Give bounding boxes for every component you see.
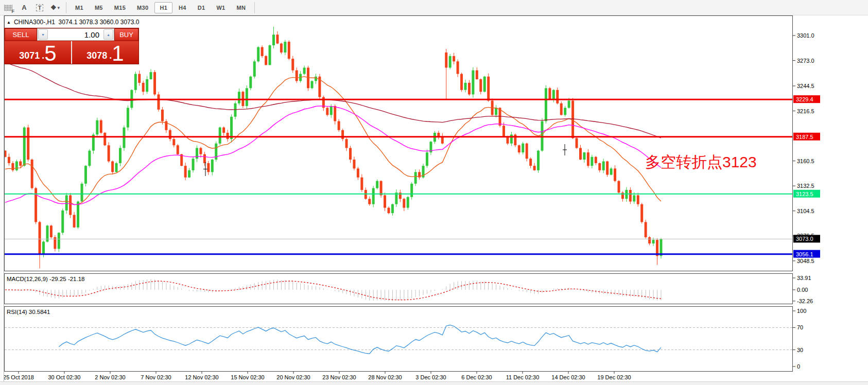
toolbar: F A T ❖ ▾ M1M5M15M30H1H4D1W1MN	[0, 0, 868, 15]
svg-text:3160.5: 3160.5	[797, 158, 814, 164]
svg-text:3229.4: 3229.4	[796, 96, 813, 102]
sell-price-base: 3071	[19, 49, 40, 62]
svg-text:3104.5: 3104.5	[797, 208, 814, 214]
textbox-tool-icon[interactable]: T	[33, 2, 46, 13]
text-tool-icon[interactable]: A	[18, 2, 30, 13]
svg-text:30 Oct 02:30: 30 Oct 02:30	[48, 374, 81, 380]
chart-title: ▲ CHINA300-,H1 3074.1 3078.3 3060.0 3073…	[7, 19, 139, 26]
shapes-glyph: ❖	[50, 4, 57, 11]
buy-price-button[interactable]: 3078 . 1	[72, 41, 138, 64]
price-axis-labels: 3301.03273.03244.53216.53160.53132.53104…	[793, 32, 820, 264]
timeframe-w1[interactable]: W1	[211, 2, 230, 13]
one-click-trading-panel: SELL ▾ 1.00 ▴ BUY 3071 . 5 3078 . 1	[4, 28, 139, 64]
svg-text:3244.5: 3244.5	[797, 83, 814, 89]
svg-text:23 Nov 02:30: 23 Nov 02:30	[322, 374, 356, 380]
volume-decrease-button[interactable]: ▾	[38, 29, 48, 40]
fibonacci-tool-icon[interactable]: F	[2, 2, 15, 13]
rsi-label: RSI(14) 30.5841	[7, 309, 50, 315]
left-gutter	[0, 15, 4, 385]
svg-text:28 Nov 02:30: 28 Nov 02:30	[368, 374, 402, 380]
timeframe-bar: M1M5M15M30H1H4D1W1MN	[70, 0, 251, 15]
symbol-ohlc-text: CHINA300-,H1 3074.1 3078.3 3060.0 3073.0	[14, 19, 140, 26]
buy-price-base: 3078	[86, 49, 107, 62]
status-strip	[0, 381, 868, 385]
svg-text:0: 0	[797, 363, 800, 370]
svg-text:3056.1: 3056.1	[796, 251, 813, 257]
sell-price-button[interactable]: 3071 . 5	[5, 41, 71, 64]
toolbar-separator	[254, 2, 255, 13]
sell-price-big-digit: 5	[44, 45, 56, 62]
sell-button[interactable]: SELL	[5, 28, 37, 41]
timeframe-mn[interactable]: MN	[232, 2, 251, 13]
macd-axis: 33.910.00-32.26	[793, 275, 813, 304]
timeframe-m1[interactable]: M1	[70, 2, 89, 13]
svg-text:3187.5: 3187.5	[796, 134, 813, 140]
volume-increase-button[interactable]: ▴	[103, 29, 113, 40]
volume-input[interactable]: 1.00	[48, 29, 103, 40]
svg-text:15 Nov 02:30: 15 Nov 02:30	[231, 374, 264, 380]
svg-text:-32.26: -32.26	[797, 298, 813, 304]
svg-text:3301.0: 3301.0	[797, 32, 814, 39]
text-letter: A	[22, 4, 26, 11]
timeframe-m15[interactable]: M15	[109, 2, 131, 13]
svg-text:100: 100	[797, 308, 806, 314]
svg-text:0.00: 0.00	[797, 287, 808, 293]
svg-text:33.91: 33.91	[797, 275, 811, 281]
toolbar-separator	[66, 2, 66, 13]
chart-annotation-text: 多空转折点3123	[645, 153, 757, 170]
textbox-letter: T	[36, 4, 44, 11]
svg-text:2 Nov 02:30: 2 Nov 02:30	[95, 374, 125, 380]
svg-text:3048.5: 3048.5	[797, 258, 814, 264]
svg-text:3216.5: 3216.5	[797, 108, 814, 114]
collapse-triangle-icon[interactable]: ▲	[7, 20, 11, 25]
svg-text:3073.0: 3073.0	[796, 236, 813, 242]
date-axis-labels: 25 Oct 201830 Oct 02:302 Nov 02:307 Nov …	[3, 372, 631, 380]
rsi-axis: 10070300	[793, 308, 806, 370]
volume-spinner: ▾ 1.00 ▴	[37, 28, 114, 41]
timeframe-m30[interactable]: M30	[132, 2, 153, 13]
buy-price-big-digit: 1	[112, 45, 124, 62]
timeframe-d1[interactable]: D1	[193, 2, 211, 13]
svg-text:25 Oct 2018: 25 Oct 2018	[3, 374, 34, 380]
macd-label: MACD(12,26,9) -29.25 -21.18	[7, 276, 85, 282]
timeframe-h1[interactable]: H1	[154, 2, 172, 13]
timeframe-h4[interactable]: H4	[173, 2, 192, 13]
svg-text:3123.5: 3123.5	[796, 191, 813, 197]
svg-text:3273.0: 3273.0	[797, 58, 814, 64]
svg-text:70: 70	[797, 324, 803, 330]
svg-text:7 Nov 02:30: 7 Nov 02:30	[141, 374, 171, 380]
svg-text:14 Dec 02:30: 14 Dec 02:30	[551, 374, 585, 380]
svg-text:6 Dec 02:30: 6 Dec 02:30	[461, 374, 492, 380]
svg-text:20 Nov 02:30: 20 Nov 02:30	[276, 374, 310, 380]
svg-text:30: 30	[797, 347, 803, 353]
mt4-window: 多空转折点31233301.03273.03244.53216.53160.53…	[0, 0, 868, 385]
svg-text:3 Dec 02:30: 3 Dec 02:30	[415, 374, 446, 380]
svg-text:12 Nov 02:30: 12 Nov 02:30	[185, 374, 218, 380]
fibonacci-letter: F	[12, 9, 15, 14]
svg-text:11 Dec 02:30: 11 Dec 02:30	[506, 374, 540, 380]
svg-text:19 Dec 02:30: 19 Dec 02:30	[597, 374, 631, 380]
dropdown-caret-icon: ▾	[58, 5, 60, 10]
buy-button[interactable]: BUY	[114, 28, 138, 41]
svg-text:3132.5: 3132.5	[797, 183, 814, 189]
shapes-tool-icon[interactable]: ❖ ▾	[49, 2, 61, 13]
timeframe-m5[interactable]: M5	[90, 2, 108, 13]
